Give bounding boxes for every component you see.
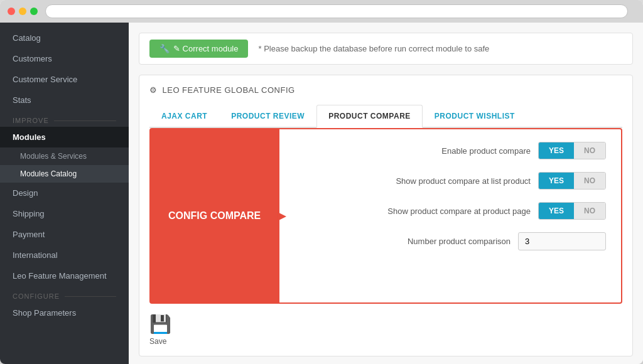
wrench-icon: 🔧 xyxy=(159,44,170,53)
toggle-no-page[interactable]: NO xyxy=(574,203,605,219)
save-section: 💾 Save xyxy=(149,314,622,346)
toggle-no-enable[interactable]: NO xyxy=(574,142,605,159)
sidebar-item-payment[interactable]: Payment xyxy=(0,224,129,245)
tab-product-review[interactable]: PRODUCT REVIEW xyxy=(219,105,316,127)
close-button[interactable] xyxy=(8,8,15,15)
toggle-yes-list[interactable]: YES xyxy=(539,173,574,189)
setting-label-enable: Enable product compare xyxy=(441,146,531,156)
sidebar-item-modules[interactable]: Modules xyxy=(0,127,129,147)
tab-ajax-cart[interactable]: AJAX CART xyxy=(149,105,219,127)
number-comparison-input[interactable] xyxy=(518,232,606,250)
sidebar: Catalog Customers Customer Service Stats… xyxy=(0,23,129,364)
sidebar-item-customers[interactable]: Customers xyxy=(0,48,129,69)
maximize-button[interactable] xyxy=(30,8,38,15)
toggle-no-list[interactable]: NO xyxy=(574,173,605,189)
sidebar-item-customer-service[interactable]: Customer Service xyxy=(0,69,129,90)
save-icon[interactable]: 💾 xyxy=(149,314,171,335)
toggle-enable-compare: YES NO xyxy=(538,142,606,159)
sidebar-item-modules-catalog[interactable]: Modules Catalog xyxy=(0,165,129,183)
toggle-show-page: YES NO xyxy=(538,202,606,220)
setting-label-list: Show product compare at list product xyxy=(396,176,531,186)
sidebar-item-shop-parameters[interactable]: Shop Parameters xyxy=(0,302,129,323)
title-bar xyxy=(0,0,643,23)
section-configure: CONFIGURE xyxy=(0,286,129,302)
sidebar-item-catalog[interactable]: Catalog xyxy=(0,28,129,48)
sidebar-item-design[interactable]: Design xyxy=(0,183,129,203)
minimize-button[interactable] xyxy=(19,8,26,15)
toggle-yes-enable[interactable]: YES xyxy=(539,142,574,159)
tab-product-compare[interactable]: PRODUCT COMPARE xyxy=(316,105,423,128)
sidebar-item-stats[interactable]: Stats xyxy=(0,90,129,110)
setting-number-comparison: Number product comparison xyxy=(294,232,606,250)
correct-module-button[interactable]: 🔧 ✎ Correct module xyxy=(149,40,248,58)
tab-product-wishlist[interactable]: PRODUCT WISHLIST xyxy=(423,105,527,127)
top-bar: 🔧 ✎ Correct module * Please backup the d… xyxy=(139,33,633,65)
tabs-container: AJAX CART PRODUCT REVIEW PRODUCT COMPARE… xyxy=(149,105,622,128)
address-bar[interactable] xyxy=(45,4,628,18)
setting-label-page: Show product compare at product page xyxy=(387,206,531,216)
setting-show-list: Show product compare at list product YES… xyxy=(294,172,606,190)
config-settings: Enable product compare YES NO Show produ… xyxy=(278,129,621,302)
sidebar-item-shipping[interactable]: Shipping xyxy=(0,203,129,224)
feature-config-header: ⚙ LEO FEATURE GLOBAL CONFIG xyxy=(149,85,622,95)
main-container: Catalog Customers Customer Service Stats… xyxy=(0,23,643,364)
feature-config-panel: ⚙ LEO FEATURE GLOBAL CONFIG AJAX CART PR… xyxy=(139,75,633,356)
traffic-lights xyxy=(8,8,38,15)
sidebar-item-leo-feature[interactable]: Leo Feature Management xyxy=(0,265,129,286)
setting-label-number: Number product comparison xyxy=(408,237,511,246)
sidebar-item-international[interactable]: International xyxy=(0,245,129,265)
sidebar-item-modules-services[interactable]: Modules & Services xyxy=(0,147,129,165)
toggle-show-list: YES NO xyxy=(538,172,606,190)
gear-icon: ⚙ xyxy=(149,85,158,95)
section-improve: IMPROVE xyxy=(0,110,129,127)
content-area: 🔧 ✎ Correct module * Please backup the d… xyxy=(129,23,643,364)
setting-show-page: Show product compare at product page YES… xyxy=(294,202,606,220)
setting-enable-compare: Enable product compare YES NO xyxy=(294,142,606,159)
backup-notice: * Please backup the database before run … xyxy=(258,44,489,53)
config-compare-button[interactable]: CONFIG COMPARE xyxy=(151,129,278,302)
config-compare-panel: CONFIG COMPARE Enable product compare YE… xyxy=(149,128,622,304)
app-window: Catalog Customers Customer Service Stats… xyxy=(0,0,643,364)
toggle-yes-page[interactable]: YES xyxy=(539,203,574,219)
save-label: Save xyxy=(149,337,166,346)
